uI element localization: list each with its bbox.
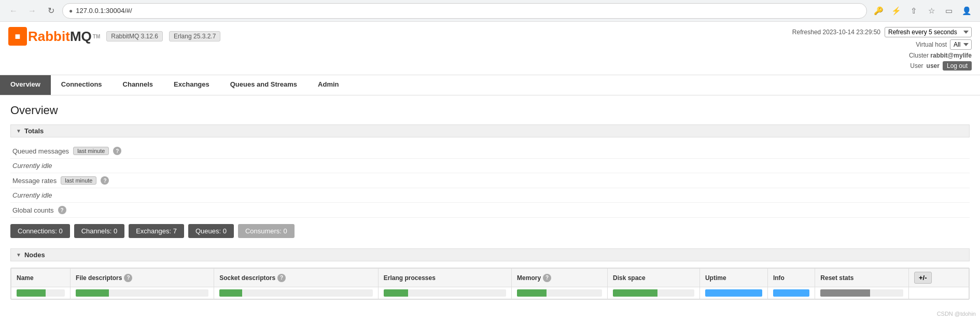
table-row	[11, 287, 969, 299]
vhost-line: Virtual host All	[916, 39, 972, 50]
node-memory-bar	[517, 289, 602, 297]
account-button[interactable]: 👤	[959, 4, 974, 18]
queued-messages-row: Queued messages last minute ?	[10, 144, 970, 159]
global-counts-help[interactable]: ?	[58, 206, 66, 214]
node-name-bar	[17, 289, 65, 297]
currently-idle-2: Currently idle	[12, 191, 52, 199]
currently-idle-1: Currently idle	[12, 162, 52, 170]
bookmark-button[interactable]: ☆	[924, 4, 939, 18]
node-file-desc-bar	[76, 289, 208, 297]
global-counts-row: Global counts ?	[10, 203, 970, 218]
share-button[interactable]: ⇧	[906, 4, 921, 18]
queues-counter[interactable]: Queues: 0	[188, 224, 234, 238]
currently-idle-1-row: Currently idle	[10, 159, 970, 173]
node-memory-cell	[512, 287, 608, 299]
th-info-label: Info	[773, 274, 785, 282]
node-disk-bar	[613, 289, 694, 297]
th-socket-desc-label: Socket descriptors	[219, 274, 275, 282]
node-info-cell	[767, 287, 815, 299]
refresh-line: Refreshed 2023-10-14 23:29:50 No refresh…	[792, 27, 972, 37]
node-name-progress	[17, 289, 46, 297]
logo-mq: MQ	[70, 29, 92, 45]
totals-title: Totals	[24, 127, 44, 135]
th-file-desc-label: File descriptors	[76, 274, 122, 282]
address-bar[interactable]: ● 127.0.0.1:30004/#/	[62, 3, 867, 19]
queued-messages-help[interactable]: ?	[113, 147, 121, 155]
erlang-version-badge: Erlang 25.3.2.7	[169, 31, 220, 41]
channels-counter[interactable]: Channels: 0	[74, 224, 124, 238]
logo-tm: TM	[93, 34, 100, 39]
th-file-desc-help[interactable]: ?	[124, 274, 132, 282]
tab-connections[interactable]: Connections	[51, 75, 113, 95]
message-rates-label: Message rates	[12, 177, 57, 185]
profile-button[interactable]: 🔑	[871, 4, 886, 18]
node-reset-progress	[820, 289, 870, 297]
queued-messages-label: Queued messages	[12, 147, 69, 155]
th-plus-minus: +/-	[909, 269, 969, 287]
tab-overview[interactable]: Overview	[0, 75, 51, 95]
tab-queues[interactable]: Queues and Streams	[220, 75, 307, 95]
th-name-label: Name	[17, 274, 34, 282]
node-info-progress	[773, 289, 809, 297]
node-reset-cell	[815, 287, 909, 299]
message-rates-badge[interactable]: last minute	[61, 176, 96, 185]
th-reset-label: Reset stats	[820, 274, 853, 282]
page-title: Overview	[10, 104, 970, 117]
plus-minus-button[interactable]: +/-	[914, 272, 932, 284]
top-right: Refreshed 2023-10-14 23:29:50 No refresh…	[792, 27, 972, 75]
rabbitmq-version-badge: RabbitMQ 3.12.6	[106, 31, 163, 41]
node-socket-desc-cell	[214, 287, 379, 299]
node-socket-progress	[219, 289, 242, 297]
forward-button[interactable]: →	[25, 4, 39, 18]
vhost-label: Virtual host	[916, 41, 947, 48]
th-memory-help[interactable]: ?	[543, 274, 551, 282]
tab-exchanges[interactable]: Exchanges	[163, 75, 220, 95]
global-counts-label: Global counts	[12, 206, 54, 214]
nodes-section-header[interactable]: ▼ Nodes	[10, 248, 970, 261]
th-socket-desc-help[interactable]: ?	[277, 274, 286, 282]
app-container: ■ Rabbit MQ TM RabbitMQ 3.12.6 Erlang 25…	[0, 22, 980, 308]
logout-button[interactable]: Log out	[943, 61, 972, 71]
logo-icon: ■	[8, 27, 27, 46]
user-line: User user Log out	[910, 61, 972, 71]
exchanges-counter[interactable]: Exchanges: 7	[129, 224, 184, 238]
consumers-counter[interactable]: Consumers: 0	[238, 224, 295, 238]
th-uptime-label: Uptime	[705, 274, 726, 282]
totals-section-header[interactable]: ▼ Totals	[10, 124, 970, 137]
refresh-select[interactable]: No refresh Refresh every 5 seconds Refre…	[885, 27, 972, 37]
tab-admin[interactable]: Admin	[307, 75, 349, 95]
reload-button[interactable]: ↻	[44, 4, 58, 18]
currently-idle-2-row: Currently idle	[10, 188, 970, 203]
logo-rabbit: Rabbit	[28, 29, 70, 45]
th-uptime: Uptime	[699, 269, 767, 287]
node-file-desc-progress	[76, 289, 109, 297]
extensions-button[interactable]: ⚡	[889, 4, 903, 18]
queued-messages-badge[interactable]: last minute	[73, 147, 109, 155]
message-rates-help[interactable]: ?	[101, 176, 109, 185]
totals-arrow: ▼	[16, 128, 21, 134]
logo: ■ Rabbit MQ TM	[8, 27, 100, 46]
user-value: user	[927, 62, 940, 69]
node-info-bar	[773, 289, 809, 297]
table-header-row: Name File descriptors ? Socket desc	[11, 269, 969, 287]
connections-counter[interactable]: Connections: 0	[10, 224, 70, 238]
cluster-line: Cluster rabbit@mylife	[909, 52, 972, 59]
message-rates-row: Message rates last minute ?	[10, 173, 970, 188]
back-button[interactable]: ←	[6, 4, 21, 18]
th-disk-space: Disk space	[608, 269, 700, 287]
cluster-value: rabbit@mylife	[930, 52, 972, 59]
cluster-label: Cluster	[909, 52, 929, 59]
nodes-title: Nodes	[24, 251, 45, 259]
browser-actions: 🔑 ⚡ ⇧ ☆ ▭ 👤	[871, 4, 974, 18]
tab-channels[interactable]: Channels	[113, 75, 164, 95]
vhost-select[interactable]: All	[950, 39, 972, 50]
node-memory-progress	[517, 289, 547, 297]
node-uptime-cell	[699, 287, 767, 299]
node-reset-bar	[820, 289, 903, 297]
sidebar-toggle[interactable]: ▭	[942, 4, 956, 18]
node-erlang-cell	[378, 287, 511, 299]
node-uptime-bar	[705, 289, 762, 297]
browser-chrome: ← → ↻ ● 127.0.0.1:30004/#/ 🔑 ⚡ ⇧ ☆ ▭ 👤	[0, 0, 980, 22]
node-file-desc-cell	[71, 287, 214, 299]
user-label: User	[910, 62, 923, 69]
